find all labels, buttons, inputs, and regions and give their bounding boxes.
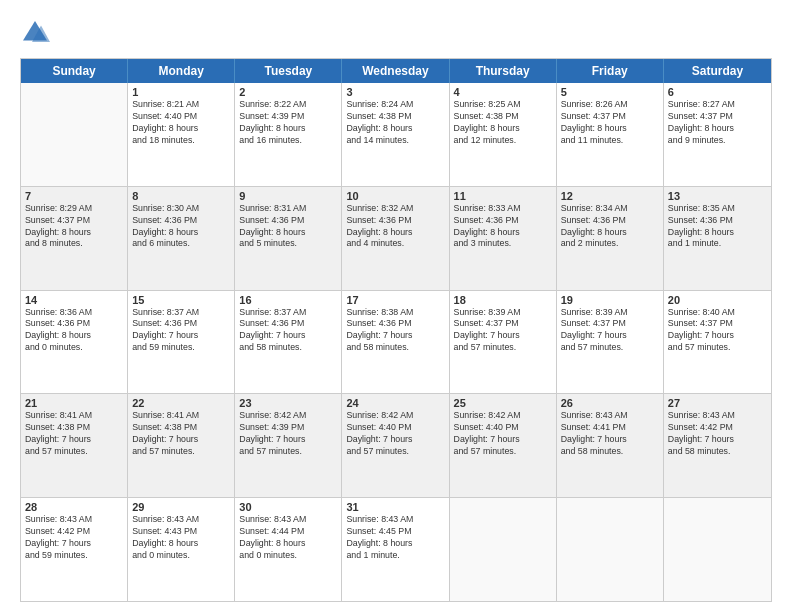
day-number: 27 <box>668 397 767 409</box>
calendar-cell: 18Sunrise: 8:39 AMSunset: 4:37 PMDayligh… <box>450 291 557 394</box>
calendar: SundayMondayTuesdayWednesdayThursdayFrid… <box>20 58 772 602</box>
day-number: 1 <box>132 86 230 98</box>
calendar-cell: 7Sunrise: 8:29 AMSunset: 4:37 PMDaylight… <box>21 187 128 290</box>
cell-info: Sunrise: 8:33 AMSunset: 4:36 PMDaylight:… <box>454 203 552 251</box>
cell-info: Sunrise: 8:37 AMSunset: 4:36 PMDaylight:… <box>239 307 337 355</box>
day-number: 13 <box>668 190 767 202</box>
cell-info: Sunrise: 8:42 AMSunset: 4:39 PMDaylight:… <box>239 410 337 458</box>
calendar-cell <box>21 83 128 186</box>
calendar-cell: 24Sunrise: 8:42 AMSunset: 4:40 PMDayligh… <box>342 394 449 497</box>
cell-info: Sunrise: 8:40 AMSunset: 4:37 PMDaylight:… <box>668 307 767 355</box>
cell-info: Sunrise: 8:26 AMSunset: 4:37 PMDaylight:… <box>561 99 659 147</box>
day-number: 30 <box>239 501 337 513</box>
day-number: 9 <box>239 190 337 202</box>
day-number: 21 <box>25 397 123 409</box>
day-number: 16 <box>239 294 337 306</box>
calendar-cell: 5Sunrise: 8:26 AMSunset: 4:37 PMDaylight… <box>557 83 664 186</box>
calendar-cell: 4Sunrise: 8:25 AMSunset: 4:38 PMDaylight… <box>450 83 557 186</box>
cell-info: Sunrise: 8:34 AMSunset: 4:36 PMDaylight:… <box>561 203 659 251</box>
calendar-cell: 8Sunrise: 8:30 AMSunset: 4:36 PMDaylight… <box>128 187 235 290</box>
calendar-cell: 28Sunrise: 8:43 AMSunset: 4:42 PMDayligh… <box>21 498 128 601</box>
day-number: 26 <box>561 397 659 409</box>
weekday-header: Friday <box>557 59 664 83</box>
calendar-cell: 20Sunrise: 8:40 AMSunset: 4:37 PMDayligh… <box>664 291 771 394</box>
calendar-cell: 29Sunrise: 8:43 AMSunset: 4:43 PMDayligh… <box>128 498 235 601</box>
day-number: 19 <box>561 294 659 306</box>
cell-info: Sunrise: 8:43 AMSunset: 4:45 PMDaylight:… <box>346 514 444 562</box>
cell-info: Sunrise: 8:43 AMSunset: 4:41 PMDaylight:… <box>561 410 659 458</box>
cell-info: Sunrise: 8:43 AMSunset: 4:44 PMDaylight:… <box>239 514 337 562</box>
logo <box>20 18 54 48</box>
calendar-cell: 11Sunrise: 8:33 AMSunset: 4:36 PMDayligh… <box>450 187 557 290</box>
cell-info: Sunrise: 8:32 AMSunset: 4:36 PMDaylight:… <box>346 203 444 251</box>
cell-info: Sunrise: 8:25 AMSunset: 4:38 PMDaylight:… <box>454 99 552 147</box>
calendar-cell: 21Sunrise: 8:41 AMSunset: 4:38 PMDayligh… <box>21 394 128 497</box>
day-number: 11 <box>454 190 552 202</box>
calendar-cell: 1Sunrise: 8:21 AMSunset: 4:40 PMDaylight… <box>128 83 235 186</box>
cell-info: Sunrise: 8:31 AMSunset: 4:36 PMDaylight:… <box>239 203 337 251</box>
calendar-cell: 30Sunrise: 8:43 AMSunset: 4:44 PMDayligh… <box>235 498 342 601</box>
page-header <box>20 18 772 48</box>
day-number: 5 <box>561 86 659 98</box>
day-number: 25 <box>454 397 552 409</box>
weekday-header: Monday <box>128 59 235 83</box>
calendar-cell <box>664 498 771 601</box>
cell-info: Sunrise: 8:43 AMSunset: 4:43 PMDaylight:… <box>132 514 230 562</box>
cell-info: Sunrise: 8:24 AMSunset: 4:38 PMDaylight:… <box>346 99 444 147</box>
day-number: 23 <box>239 397 337 409</box>
calendar-cell: 31Sunrise: 8:43 AMSunset: 4:45 PMDayligh… <box>342 498 449 601</box>
logo-icon <box>20 18 50 48</box>
weekday-header: Saturday <box>664 59 771 83</box>
calendar-cell: 3Sunrise: 8:24 AMSunset: 4:38 PMDaylight… <box>342 83 449 186</box>
calendar-cell: 27Sunrise: 8:43 AMSunset: 4:42 PMDayligh… <box>664 394 771 497</box>
calendar-cell: 17Sunrise: 8:38 AMSunset: 4:36 PMDayligh… <box>342 291 449 394</box>
calendar-cell: 14Sunrise: 8:36 AMSunset: 4:36 PMDayligh… <box>21 291 128 394</box>
day-number: 28 <box>25 501 123 513</box>
cell-info: Sunrise: 8:37 AMSunset: 4:36 PMDaylight:… <box>132 307 230 355</box>
calendar-cell: 13Sunrise: 8:35 AMSunset: 4:36 PMDayligh… <box>664 187 771 290</box>
day-number: 6 <box>668 86 767 98</box>
calendar-cell: 25Sunrise: 8:42 AMSunset: 4:40 PMDayligh… <box>450 394 557 497</box>
cell-info: Sunrise: 8:22 AMSunset: 4:39 PMDaylight:… <box>239 99 337 147</box>
calendar-row: 7Sunrise: 8:29 AMSunset: 4:37 PMDaylight… <box>21 187 771 291</box>
calendar-cell: 15Sunrise: 8:37 AMSunset: 4:36 PMDayligh… <box>128 291 235 394</box>
calendar-cell: 2Sunrise: 8:22 AMSunset: 4:39 PMDaylight… <box>235 83 342 186</box>
calendar-cell: 22Sunrise: 8:41 AMSunset: 4:38 PMDayligh… <box>128 394 235 497</box>
cell-info: Sunrise: 8:41 AMSunset: 4:38 PMDaylight:… <box>25 410 123 458</box>
calendar-cell: 12Sunrise: 8:34 AMSunset: 4:36 PMDayligh… <box>557 187 664 290</box>
day-number: 22 <box>132 397 230 409</box>
day-number: 18 <box>454 294 552 306</box>
day-number: 10 <box>346 190 444 202</box>
weekday-header: Wednesday <box>342 59 449 83</box>
day-number: 7 <box>25 190 123 202</box>
day-number: 24 <box>346 397 444 409</box>
calendar-cell: 23Sunrise: 8:42 AMSunset: 4:39 PMDayligh… <box>235 394 342 497</box>
day-number: 31 <box>346 501 444 513</box>
cell-info: Sunrise: 8:43 AMSunset: 4:42 PMDaylight:… <box>25 514 123 562</box>
calendar-cell: 9Sunrise: 8:31 AMSunset: 4:36 PMDaylight… <box>235 187 342 290</box>
day-number: 20 <box>668 294 767 306</box>
day-number: 14 <box>25 294 123 306</box>
day-number: 29 <box>132 501 230 513</box>
calendar-row: 21Sunrise: 8:41 AMSunset: 4:38 PMDayligh… <box>21 394 771 498</box>
weekday-header: Thursday <box>450 59 557 83</box>
cell-info: Sunrise: 8:36 AMSunset: 4:36 PMDaylight:… <box>25 307 123 355</box>
calendar-cell: 6Sunrise: 8:27 AMSunset: 4:37 PMDaylight… <box>664 83 771 186</box>
cell-info: Sunrise: 8:42 AMSunset: 4:40 PMDaylight:… <box>346 410 444 458</box>
weekday-header: Tuesday <box>235 59 342 83</box>
cell-info: Sunrise: 8:39 AMSunset: 4:37 PMDaylight:… <box>454 307 552 355</box>
cell-info: Sunrise: 8:42 AMSunset: 4:40 PMDaylight:… <box>454 410 552 458</box>
day-number: 12 <box>561 190 659 202</box>
cell-info: Sunrise: 8:29 AMSunset: 4:37 PMDaylight:… <box>25 203 123 251</box>
cell-info: Sunrise: 8:41 AMSunset: 4:38 PMDaylight:… <box>132 410 230 458</box>
day-number: 15 <box>132 294 230 306</box>
calendar-cell: 10Sunrise: 8:32 AMSunset: 4:36 PMDayligh… <box>342 187 449 290</box>
calendar-row: 28Sunrise: 8:43 AMSunset: 4:42 PMDayligh… <box>21 498 771 601</box>
calendar-cell <box>557 498 664 601</box>
calendar-row: 14Sunrise: 8:36 AMSunset: 4:36 PMDayligh… <box>21 291 771 395</box>
day-number: 3 <box>346 86 444 98</box>
cell-info: Sunrise: 8:38 AMSunset: 4:36 PMDaylight:… <box>346 307 444 355</box>
day-number: 2 <box>239 86 337 98</box>
calendar-row: 1Sunrise: 8:21 AMSunset: 4:40 PMDaylight… <box>21 83 771 187</box>
cell-info: Sunrise: 8:27 AMSunset: 4:37 PMDaylight:… <box>668 99 767 147</box>
